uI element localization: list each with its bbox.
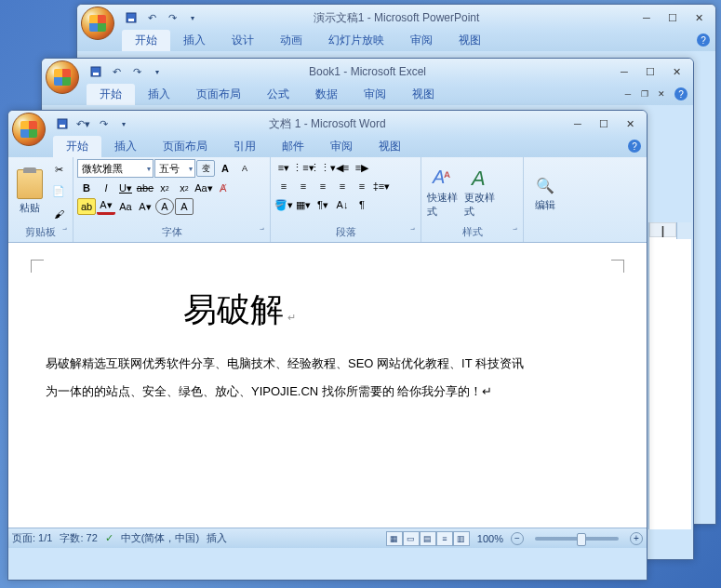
decrease-indent-icon[interactable]: ◀≡ xyxy=(333,159,352,176)
font-size-combo[interactable]: 五号 xyxy=(154,159,195,178)
status-words[interactable]: 字数: 72 xyxy=(60,531,97,545)
document-area[interactable]: 易破解 易破解精选互联网优秀软件分享、电脑技术、经验教程、SEO 网站优化教程、… xyxy=(8,243,647,528)
ppt-tab-view[interactable]: 视图 xyxy=(446,30,494,51)
copy-icon[interactable]: 📄 xyxy=(49,183,68,200)
qat-dropdown-icon[interactable]: ▾ xyxy=(148,63,167,80)
undo-icon[interactable]: ↶ xyxy=(107,63,126,80)
help-icon[interactable]: ? xyxy=(697,33,710,47)
doc-minimize-button[interactable]: ─ xyxy=(621,87,635,100)
word-tab-review[interactable]: 审阅 xyxy=(317,136,366,157)
status-proofing-icon[interactable]: ✓ xyxy=(105,532,113,544)
align-center-icon[interactable]: ≡ xyxy=(294,178,313,194)
maximize-button[interactable]: ☐ xyxy=(660,9,686,26)
web-layout-view-icon[interactable]: ▤ xyxy=(420,531,436,546)
word-tab-mailings[interactable]: 邮件 xyxy=(269,136,317,157)
doc-restore-button[interactable]: ❐ xyxy=(637,87,652,100)
line-spacing-icon[interactable]: ‡≡▾ xyxy=(372,178,391,194)
doc-paragraph-2[interactable]: 为一体的的站点、安全、绿色、放心、YIPOJIE.CN 找你所需要的 给你我分享… xyxy=(46,378,609,406)
highlight-icon[interactable]: ab xyxy=(77,198,96,215)
word-tab-insert[interactable]: 插入 xyxy=(101,136,150,157)
maximize-button[interactable]: ☐ xyxy=(591,115,617,132)
superscript-icon[interactable]: x2 xyxy=(175,180,194,196)
office-button[interactable] xyxy=(81,7,114,40)
paragraph-marks-icon[interactable]: ¶ xyxy=(353,196,371,213)
close-button[interactable]: ✕ xyxy=(663,63,689,80)
align-left-icon[interactable]: ≡ xyxy=(274,178,293,194)
change-case-icon[interactable]: Aa▾ xyxy=(194,180,213,196)
editing-button[interactable]: 🔍 编辑 xyxy=(527,159,563,227)
excel-tab-insert[interactable]: 插入 xyxy=(135,84,183,105)
redo-icon[interactable]: ↷ xyxy=(127,63,146,80)
ppt-tab-review[interactable]: 审阅 xyxy=(397,30,446,51)
save-icon[interactable] xyxy=(122,9,140,26)
minimize-button[interactable]: ─ xyxy=(634,9,660,26)
quick-styles-button[interactable]: Aᴀ 快速样式 xyxy=(425,159,461,224)
col-header-I[interactable]: I xyxy=(649,222,676,237)
excel-tab-review[interactable]: 审阅 xyxy=(351,84,399,105)
excel-tab-home[interactable]: 开始 xyxy=(87,84,135,105)
save-icon[interactable] xyxy=(53,115,72,132)
doc-paragraph-1[interactable]: 易破解精选互联网优秀软件分享、电脑技术、经验教程、SEO 网站优化教程、IT 科… xyxy=(46,350,609,378)
qat-dropdown-icon[interactable]: ▾ xyxy=(183,9,202,26)
excel-tab-layout[interactable]: 页面布局 xyxy=(183,84,254,105)
zoom-in-icon[interactable]: + xyxy=(630,532,643,545)
minimize-button[interactable]: ─ xyxy=(611,63,637,80)
format-painter-icon[interactable]: 🖌 xyxy=(49,206,68,222)
word-tab-references[interactable]: 引用 xyxy=(220,136,269,157)
increase-indent-icon[interactable]: ≡▶ xyxy=(353,159,371,176)
close-button[interactable]: ✕ xyxy=(686,9,712,26)
borders-icon[interactable]: ▦▾ xyxy=(294,196,313,213)
undo-icon[interactable]: ↶▾ xyxy=(73,115,92,132)
align-right-icon[interactable]: ≡ xyxy=(314,178,332,194)
print-layout-view-icon[interactable]: ▦ xyxy=(386,531,403,546)
cut-icon[interactable]: ✂ xyxy=(49,161,68,178)
font-color-icon[interactable]: A▾ xyxy=(97,198,115,215)
subscript-icon[interactable]: x2 xyxy=(155,180,174,196)
grow-font-icon[interactable]: A xyxy=(216,160,234,177)
status-page[interactable]: 页面: 1/1 xyxy=(12,531,52,545)
help-icon[interactable]: ? xyxy=(628,140,641,153)
italic-icon[interactable]: I xyxy=(97,180,115,196)
paste-button[interactable]: 粘贴 xyxy=(12,159,47,224)
char-shading-icon[interactable]: A▾ xyxy=(136,198,154,215)
outline-view-icon[interactable]: ≡ xyxy=(436,531,453,546)
distributed-icon[interactable]: ≡ xyxy=(353,178,371,194)
maximize-button[interactable]: ☐ xyxy=(637,63,663,80)
status-mode[interactable]: 插入 xyxy=(207,531,227,545)
word-tab-view[interactable]: 视图 xyxy=(366,136,414,157)
justify-icon[interactable]: ≡ xyxy=(333,178,352,194)
change-styles-button[interactable]: A 更改样式 xyxy=(462,159,498,224)
sort-icon[interactable]: A↓ xyxy=(333,196,352,213)
doc-close-button[interactable]: ✕ xyxy=(654,87,669,100)
show-marks-icon[interactable]: ¶▾ xyxy=(314,196,332,213)
zoom-slider[interactable] xyxy=(535,537,619,541)
shading-icon[interactable]: 🪣▾ xyxy=(274,196,293,213)
save-icon[interactable] xyxy=(87,63,105,80)
font-name-combo[interactable]: 微软雅黑 xyxy=(77,159,154,178)
multilevel-list-icon[interactable]: ⋮⋮▾ xyxy=(314,159,332,176)
redo-icon[interactable]: ↷ xyxy=(94,115,113,132)
doc-heading[interactable]: 易破解 xyxy=(183,287,609,333)
zoom-level[interactable]: 100% xyxy=(477,533,503,544)
ppt-tab-slideshow[interactable]: 幻灯片放映 xyxy=(315,30,397,51)
bullets-icon[interactable]: ≡▾ xyxy=(274,159,293,176)
redo-icon[interactable]: ↷ xyxy=(163,9,181,26)
help-icon[interactable]: ? xyxy=(674,87,688,100)
undo-icon[interactable]: ↶ xyxy=(142,9,161,26)
excel-tab-view[interactable]: 视图 xyxy=(399,84,447,105)
strikethrough-icon[interactable]: abe xyxy=(136,180,154,196)
char-border-icon[interactable]: A xyxy=(175,198,194,215)
zoom-out-icon[interactable]: − xyxy=(511,532,524,545)
phonetic-guide-icon[interactable]: 变 xyxy=(196,160,215,177)
qat-dropdown-icon[interactable]: ▾ xyxy=(114,115,133,132)
draft-view-icon[interactable]: ▥ xyxy=(453,531,470,546)
excel-tab-formulas[interactable]: 公式 xyxy=(254,84,302,105)
ppt-tab-home[interactable]: 开始 xyxy=(122,30,170,51)
underline-icon[interactable]: U▾ xyxy=(116,180,135,196)
excel-tab-data[interactable]: 数据 xyxy=(302,84,351,105)
clear-format-icon[interactable]: A̸ xyxy=(214,180,233,196)
shrink-font-icon[interactable]: A xyxy=(235,160,254,177)
ppt-tab-animation[interactable]: 动画 xyxy=(267,30,315,51)
word-tab-home[interactable]: 开始 xyxy=(53,136,101,157)
status-language[interactable]: 中文(简体，中国) xyxy=(121,531,199,545)
